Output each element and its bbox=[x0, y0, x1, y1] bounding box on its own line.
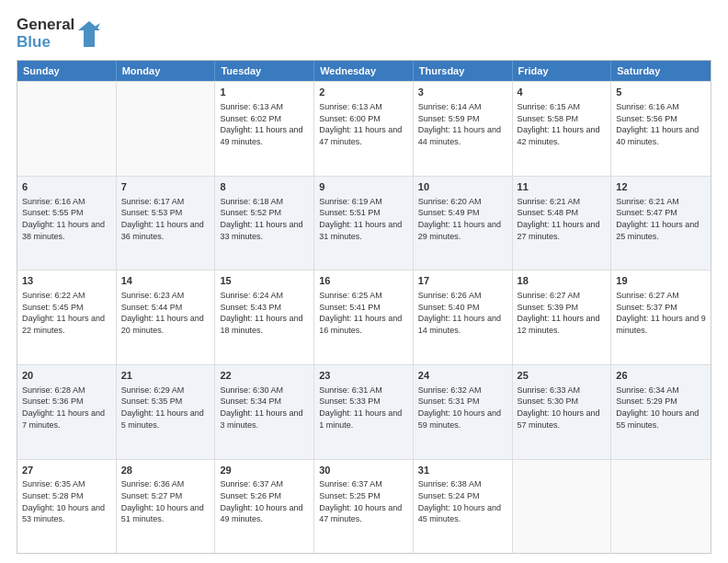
calendar-week: 1Sunrise: 6:13 AM Sunset: 6:02 PM Daylig… bbox=[17, 81, 711, 176]
calendar-cell: 5Sunrise: 6:16 AM Sunset: 5:56 PM Daylig… bbox=[611, 82, 711, 176]
calendar-cell: 8Sunrise: 6:18 AM Sunset: 5:52 PM Daylig… bbox=[215, 177, 314, 270]
cell-content: Sunrise: 6:21 AM Sunset: 5:48 PM Dayligh… bbox=[518, 196, 607, 242]
calendar-cell: 29Sunrise: 6:37 AM Sunset: 5:26 PM Dayli… bbox=[215, 460, 314, 554]
calendar-cell: 4Sunrise: 6:15 AM Sunset: 5:58 PM Daylig… bbox=[513, 82, 612, 176]
cell-content: Sunrise: 6:37 AM Sunset: 5:26 PM Dayligh… bbox=[220, 478, 309, 524]
cell-content: Sunrise: 6:18 AM Sunset: 5:52 PM Dayligh… bbox=[220, 196, 309, 242]
calendar-header-cell: Tuesday bbox=[215, 61, 314, 81]
day-number: 4 bbox=[518, 86, 607, 99]
calendar-cell-empty bbox=[117, 82, 216, 176]
cell-content: Sunrise: 6:27 AM Sunset: 5:37 PM Dayligh… bbox=[616, 290, 706, 336]
calendar-cell: 17Sunrise: 6:26 AM Sunset: 5:40 PM Dayli… bbox=[414, 270, 513, 364]
day-number: 18 bbox=[518, 274, 607, 288]
calendar-cell: 22Sunrise: 6:30 AM Sunset: 5:34 PM Dayli… bbox=[215, 365, 314, 459]
day-number: 15 bbox=[220, 274, 309, 288]
page: General Blue SundayMondayTuesdayWednesda… bbox=[0, 0, 728, 563]
logo: General Blue bbox=[17, 17, 100, 51]
day-number: 12 bbox=[616, 180, 706, 194]
calendar-cell: 3Sunrise: 6:14 AM Sunset: 5:59 PM Daylig… bbox=[414, 82, 513, 176]
cell-content: Sunrise: 6:19 AM Sunset: 5:51 PM Dayligh… bbox=[319, 196, 408, 242]
day-number: 22 bbox=[220, 369, 309, 383]
calendar-week: 6Sunrise: 6:16 AM Sunset: 5:55 PM Daylig… bbox=[17, 176, 711, 270]
cell-content: Sunrise: 6:26 AM Sunset: 5:40 PM Dayligh… bbox=[418, 290, 507, 336]
day-number: 17 bbox=[418, 274, 507, 288]
cell-content: Sunrise: 6:13 AM Sunset: 6:00 PM Dayligh… bbox=[319, 101, 408, 147]
calendar-cell: 21Sunrise: 6:29 AM Sunset: 5:35 PM Dayli… bbox=[117, 365, 216, 459]
calendar-cell: 28Sunrise: 6:36 AM Sunset: 5:27 PM Dayli… bbox=[117, 460, 216, 554]
cell-content: Sunrise: 6:21 AM Sunset: 5:47 PM Dayligh… bbox=[616, 196, 706, 242]
cell-content: Sunrise: 6:27 AM Sunset: 5:39 PM Dayligh… bbox=[518, 290, 607, 336]
cell-content: Sunrise: 6:16 AM Sunset: 5:55 PM Dayligh… bbox=[22, 196, 111, 242]
calendar-header-row: SundayMondayTuesdayWednesdayThursdayFrid… bbox=[17, 61, 711, 81]
day-number: 21 bbox=[121, 369, 210, 383]
cell-content: Sunrise: 6:37 AM Sunset: 5:25 PM Dayligh… bbox=[319, 478, 408, 524]
calendar-cell: 16Sunrise: 6:25 AM Sunset: 5:41 PM Dayli… bbox=[314, 270, 414, 364]
logo-line1: General bbox=[17, 17, 74, 34]
calendar-header-cell: Wednesday bbox=[314, 61, 414, 81]
calendar-cell: 1Sunrise: 6:13 AM Sunset: 6:02 PM Daylig… bbox=[215, 82, 314, 176]
calendar-header-cell: Monday bbox=[117, 61, 216, 81]
calendar-week: 20Sunrise: 6:28 AM Sunset: 5:36 PM Dayli… bbox=[17, 364, 711, 459]
calendar-cell: 24Sunrise: 6:32 AM Sunset: 5:31 PM Dayli… bbox=[414, 365, 513, 459]
cell-content: Sunrise: 6:14 AM Sunset: 5:59 PM Dayligh… bbox=[418, 101, 507, 147]
day-number: 19 bbox=[616, 274, 706, 288]
day-number: 14 bbox=[121, 274, 210, 288]
cell-content: Sunrise: 6:34 AM Sunset: 5:29 PM Dayligh… bbox=[616, 385, 706, 431]
day-number: 24 bbox=[418, 369, 507, 383]
calendar-cell: 10Sunrise: 6:20 AM Sunset: 5:49 PM Dayli… bbox=[414, 177, 513, 270]
calendar-header-cell: Sunday bbox=[17, 61, 117, 81]
calendar-header-cell: Saturday bbox=[611, 61, 711, 81]
cell-content: Sunrise: 6:25 AM Sunset: 5:41 PM Dayligh… bbox=[319, 290, 408, 336]
calendar-cell-empty bbox=[611, 460, 711, 554]
calendar-week: 13Sunrise: 6:22 AM Sunset: 5:45 PM Dayli… bbox=[17, 270, 711, 364]
day-number: 6 bbox=[22, 180, 111, 194]
day-number: 1 bbox=[220, 86, 309, 99]
cell-content: Sunrise: 6:17 AM Sunset: 5:53 PM Dayligh… bbox=[121, 196, 210, 242]
calendar-cell: 20Sunrise: 6:28 AM Sunset: 5:36 PM Dayli… bbox=[17, 365, 117, 459]
cell-content: Sunrise: 6:31 AM Sunset: 5:33 PM Dayligh… bbox=[319, 385, 408, 431]
cell-content: Sunrise: 6:13 AM Sunset: 6:02 PM Dayligh… bbox=[220, 101, 309, 147]
calendar-week: 27Sunrise: 6:35 AM Sunset: 5:28 PM Dayli… bbox=[17, 459, 711, 554]
calendar-cell: 27Sunrise: 6:35 AM Sunset: 5:28 PM Dayli… bbox=[17, 460, 117, 554]
day-number: 23 bbox=[319, 369, 408, 383]
day-number: 11 bbox=[518, 180, 607, 194]
calendar-cell: 12Sunrise: 6:21 AM Sunset: 5:47 PM Dayli… bbox=[611, 177, 711, 270]
day-number: 31 bbox=[418, 464, 507, 477]
calendar-cell: 2Sunrise: 6:13 AM Sunset: 6:00 PM Daylig… bbox=[314, 82, 414, 176]
day-number: 27 bbox=[22, 464, 111, 477]
calendar-cell: 31Sunrise: 6:38 AM Sunset: 5:24 PM Dayli… bbox=[414, 460, 513, 554]
cell-content: Sunrise: 6:15 AM Sunset: 5:58 PM Dayligh… bbox=[518, 101, 607, 147]
day-number: 9 bbox=[319, 180, 408, 194]
calendar-cell: 25Sunrise: 6:33 AM Sunset: 5:30 PM Dayli… bbox=[513, 365, 612, 459]
header: General Blue bbox=[17, 17, 711, 51]
cell-content: Sunrise: 6:28 AM Sunset: 5:36 PM Dayligh… bbox=[22, 385, 111, 431]
calendar-cell: 19Sunrise: 6:27 AM Sunset: 5:37 PM Dayli… bbox=[611, 270, 711, 364]
cell-content: Sunrise: 6:20 AM Sunset: 5:49 PM Dayligh… bbox=[418, 196, 507, 242]
cell-content: Sunrise: 6:33 AM Sunset: 5:30 PM Dayligh… bbox=[518, 385, 607, 431]
calendar-cell-empty bbox=[17, 82, 117, 176]
cell-content: Sunrise: 6:35 AM Sunset: 5:28 PM Dayligh… bbox=[22, 478, 111, 524]
calendar-cell: 13Sunrise: 6:22 AM Sunset: 5:45 PM Dayli… bbox=[17, 270, 117, 364]
cell-content: Sunrise: 6:16 AM Sunset: 5:56 PM Dayligh… bbox=[616, 101, 706, 147]
calendar-cell: 23Sunrise: 6:31 AM Sunset: 5:33 PM Dayli… bbox=[314, 365, 414, 459]
calendar-cell: 6Sunrise: 6:16 AM Sunset: 5:55 PM Daylig… bbox=[17, 177, 117, 270]
calendar-header-cell: Friday bbox=[513, 61, 612, 81]
logo-bird-icon bbox=[78, 21, 100, 47]
day-number: 13 bbox=[22, 274, 111, 288]
cell-content: Sunrise: 6:38 AM Sunset: 5:24 PM Dayligh… bbox=[418, 478, 507, 524]
day-number: 25 bbox=[518, 369, 607, 383]
cell-content: Sunrise: 6:23 AM Sunset: 5:44 PM Dayligh… bbox=[121, 290, 210, 336]
day-number: 20 bbox=[22, 369, 111, 383]
day-number: 5 bbox=[616, 86, 706, 99]
calendar-cell: 30Sunrise: 6:37 AM Sunset: 5:25 PM Dayli… bbox=[314, 460, 414, 554]
cell-content: Sunrise: 6:32 AM Sunset: 5:31 PM Dayligh… bbox=[418, 385, 507, 431]
cell-content: Sunrise: 6:30 AM Sunset: 5:34 PM Dayligh… bbox=[220, 385, 309, 431]
day-number: 16 bbox=[319, 274, 408, 288]
calendar-cell-empty bbox=[513, 460, 612, 554]
day-number: 3 bbox=[418, 86, 507, 99]
calendar-cell: 15Sunrise: 6:24 AM Sunset: 5:43 PM Dayli… bbox=[215, 270, 314, 364]
day-number: 7 bbox=[121, 180, 210, 194]
calendar-cell: 7Sunrise: 6:17 AM Sunset: 5:53 PM Daylig… bbox=[117, 177, 216, 270]
calendar-body: 1Sunrise: 6:13 AM Sunset: 6:02 PM Daylig… bbox=[17, 81, 711, 553]
day-number: 29 bbox=[220, 464, 309, 477]
